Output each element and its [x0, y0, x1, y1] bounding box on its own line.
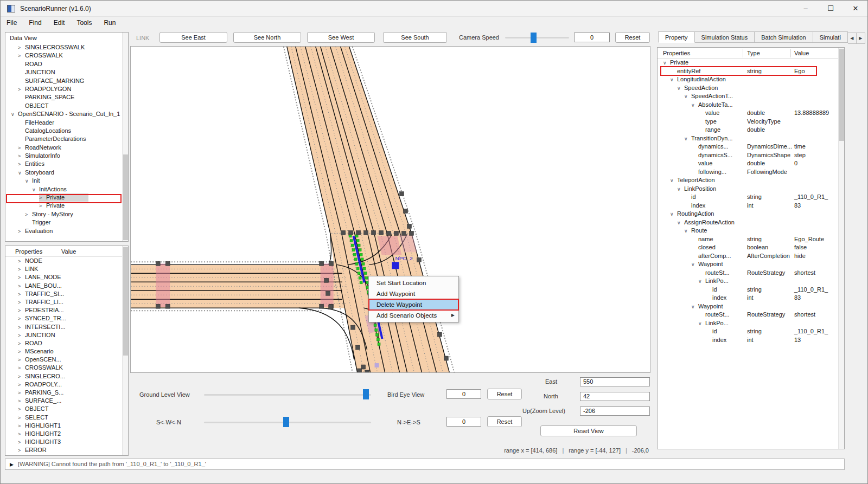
property-row[interactable]: typeVelocityType: [658, 118, 844, 126]
tab-property[interactable]: Property: [658, 31, 695, 43]
chevron-right-icon[interactable]: >: [18, 44, 25, 51]
property-row[interactable]: idstring_110_0_R1_: [658, 327, 844, 336]
chevron-right-icon[interactable]: >: [18, 422, 25, 430]
chevron-right-icon[interactable]: >: [18, 307, 25, 314]
chevron-right-icon[interactable]: >: [18, 266, 25, 273]
tree-item[interactable]: ROAD: [5, 60, 128, 68]
property-row[interactable]: namestringEgo_Route: [658, 235, 844, 244]
chevron-right-icon[interactable]: >: [18, 228, 25, 235]
map-properties-scrollbar[interactable]: [122, 246, 128, 455]
camera-speed-input[interactable]: 0: [574, 33, 610, 42]
chevron-right-icon[interactable]: >: [18, 332, 25, 339]
tree-item[interactable]: >ROADPOLY...: [5, 380, 128, 389]
tree-item[interactable]: >TRAFFIC_LI...: [5, 298, 128, 306]
chevron-down-icon[interactable]: ∨: [670, 210, 677, 219]
tree-item[interactable]: >PARKING_S...: [5, 389, 128, 397]
property-row[interactable]: ∨Route: [658, 227, 844, 235]
tree-item[interactable]: >SYNCED_TR...: [5, 314, 128, 322]
property-row[interactable]: ∨TeleportAction: [658, 176, 844, 185]
tree-item[interactable]: >ROAD: [5, 339, 128, 347]
tree-item[interactable]: PARKING_SPACE: [5, 93, 128, 101]
chevron-down-icon[interactable]: ∨: [670, 177, 677, 185]
camera-speed-reset-button[interactable]: Reset: [615, 32, 650, 43]
tab-simulation-truncated[interactable]: Simulati: [813, 31, 848, 43]
property-row[interactable]: ∨Waypoint: [658, 302, 844, 311]
chevron-right-icon[interactable]: >: [18, 405, 25, 413]
tree-item[interactable]: ∨OpenSCENARIO - Scenario_Cut_In_1: [5, 110, 128, 118]
tree-item[interactable]: >Entities: [5, 160, 128, 168]
tab-scroll-right-icon[interactable]: ▶: [857, 33, 865, 44]
property-row[interactable]: ∨RoutingAction: [658, 210, 844, 218]
property-panel-scrollbar[interactable]: [838, 48, 844, 449]
tree-item[interactable]: OBJECT: [5, 102, 128, 110]
tree-item[interactable]: >LANE_NODE: [5, 273, 128, 281]
property-row[interactable]: idstring_110_0_R1_: [658, 286, 844, 294]
chevron-right-icon[interactable]: >: [18, 364, 25, 372]
chevron-down-icon[interactable]: ∨: [691, 101, 698, 110]
menu-tools[interactable]: Tools: [71, 17, 98, 27]
minimize-button[interactable]: –: [794, 1, 818, 17]
property-row[interactable]: ∨LongitudinalAction: [658, 75, 844, 84]
chevron-right-icon[interactable]: >: [18, 144, 25, 152]
property-row[interactable]: afterComp...AfterCompletionhide: [658, 252, 844, 261]
tree-item[interactable]: ∨InitActions: [5, 185, 128, 193]
east-input[interactable]: 550: [580, 377, 650, 386]
tree-item[interactable]: >NODE: [5, 257, 128, 265]
context-menu-item-add-scenario-objects[interactable]: Add Scenario Objects▶: [369, 310, 458, 321]
property-row[interactable]: ∨AssignRouteAction: [658, 218, 844, 227]
tree-item[interactable]: >Private: [5, 193, 128, 202]
tree-item[interactable]: >ROADPOLYGON: [5, 85, 128, 93]
tree-item[interactable]: >TRAFFIC_SI...: [5, 290, 128, 298]
data-view-scrollbar[interactable]: [122, 33, 128, 241]
chevron-down-icon[interactable]: ∨: [670, 76, 677, 85]
tree-item[interactable]: >LANE_BOU...: [5, 282, 128, 290]
chevron-right-icon[interactable]: >: [18, 299, 25, 306]
map-view[interactable]: NPC_2 Set Start LocationAdd WaypointDele…: [130, 46, 650, 373]
property-row[interactable]: entityRefstringEgo: [658, 67, 844, 76]
tree-item[interactable]: >HIGHLIGHT2: [5, 430, 128, 438]
tree-item[interactable]: >SINGLECROSSWALK: [5, 43, 128, 51]
up-zoom-level-input[interactable]: -206: [580, 406, 650, 416]
menu-file[interactable]: File: [1, 17, 23, 27]
chevron-down-icon[interactable]: ∨: [32, 186, 39, 193]
chevron-down-icon[interactable]: ∨: [18, 169, 25, 177]
tree-item[interactable]: ∨Init: [5, 177, 128, 185]
chevron-right-icon[interactable]: >: [18, 340, 25, 347]
chevron-right-icon[interactable]: >: [18, 397, 25, 405]
chevron-right-icon[interactable]: >: [18, 291, 25, 298]
close-button[interactable]: ✕: [844, 1, 867, 17]
property-row[interactable]: ∨AbsoluteTa...: [658, 101, 844, 109]
tree-item[interactable]: >CROSSWALK: [5, 51, 128, 60]
property-row[interactable]: idstring_110_0_R1_: [658, 193, 844, 202]
tree-item[interactable]: >PEDESTRIA...: [5, 306, 128, 314]
property-row[interactable]: ∨TransitionDyn...: [658, 134, 844, 143]
property-row[interactable]: ∨SpeedActionT...: [658, 92, 844, 101]
chevron-down-icon[interactable]: ∨: [677, 85, 684, 93]
property-row[interactable]: ∨Private: [658, 59, 844, 67]
tree-item[interactable]: >HIGHLIGHT1: [5, 422, 128, 430]
property-row[interactable]: dynamicsS...DynamicsShapestep: [658, 151, 844, 160]
reset-view-button[interactable]: Reset View: [540, 425, 637, 436]
menu-run[interactable]: Run: [98, 17, 122, 27]
chevron-down-icon[interactable]: ∨: [684, 93, 691, 101]
chevron-right-icon[interactable]: >: [18, 152, 25, 160]
property-row[interactable]: indexint83: [658, 294, 844, 302]
ground-level-slider[interactable]: [204, 394, 371, 396]
chevron-right-icon[interactable]: >: [18, 324, 25, 331]
property-row[interactable]: ∨LinkPo...: [658, 277, 844, 286]
see-south-button[interactable]: See South: [383, 32, 447, 43]
npc-marker[interactable]: [392, 262, 399, 269]
menu-edit[interactable]: Edit: [48, 17, 71, 27]
context-menu-item-add-waypoint[interactable]: Add Waypoint: [369, 288, 458, 299]
property-row[interactable]: ∨Waypoint: [658, 260, 844, 269]
map-properties-scrollbar-thumb[interactable]: [123, 247, 128, 356]
tree-item[interactable]: Trigger: [5, 218, 128, 227]
tree-item[interactable]: ∨Storyboard: [5, 169, 128, 177]
tree-item[interactable]: CatalogLocations: [5, 127, 128, 135]
property-row[interactable]: rangedouble: [658, 126, 844, 134]
property-row[interactable]: routeSt...RouteStrategyshortest: [658, 269, 844, 278]
chevron-down-icon[interactable]: ∨: [691, 303, 698, 312]
property-row[interactable]: indexint83: [658, 202, 844, 210]
tree-item[interactable]: >Evaluation: [5, 227, 128, 235]
chevron-down-icon[interactable]: ∨: [11, 111, 18, 118]
